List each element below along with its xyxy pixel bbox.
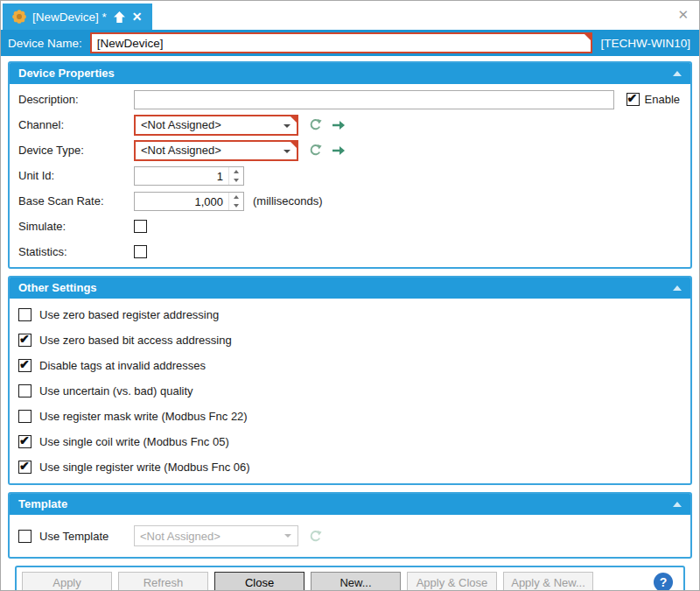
option-checkbox[interactable] — [18, 410, 32, 423]
device-type-dropdown-value: <Not Assigned> — [141, 144, 221, 157]
template-header[interactable]: Template — [10, 494, 690, 515]
option-label: Use zero based bit access addressing — [39, 334, 232, 347]
option-row: Use single register write (Modbus Fnc 06… — [18, 454, 682, 480]
window-close-icon[interactable]: ✕ — [677, 8, 689, 21]
section-template: Template Use Template <Not Assigned> — [8, 492, 692, 559]
collapse-arrow-icon[interactable] — [673, 502, 682, 507]
option-label: Use register mask write (Modbus Fnc 22) — [39, 410, 248, 423]
option-label: Use zero based register addressing — [39, 308, 219, 321]
other-settings-header[interactable]: Other Settings — [10, 278, 690, 299]
device-properties-header[interactable]: Device Properties — [10, 63, 690, 84]
channel-dropdown[interactable]: <Not Assigned> — [134, 115, 298, 136]
device-editor-window: [NewDevice] * ✕ ✕ Device Name: [TECHW-WI… — [0, 0, 700, 591]
footer-button[interactable]: Close — [214, 572, 304, 591]
option-row: Use single coil write (Modbus Fnc 05) — [18, 429, 682, 454]
option-row: Use zero based bit access addressing — [18, 327, 682, 353]
host-name-label: [TECHW-WIN10] — [600, 37, 690, 50]
chevron-down-icon — [284, 124, 290, 128]
option-checkbox[interactable] — [18, 308, 32, 321]
base-scan-rate-row: Base Scan Rate: 1,000 (milliseconds) — [18, 188, 682, 214]
enable-label: Enable — [645, 93, 680, 106]
option-checkbox[interactable] — [18, 435, 32, 448]
device-type-refresh-icon[interactable] — [309, 144, 322, 157]
footer-button: Apply & Close — [407, 572, 497, 591]
chevron-down-icon — [284, 150, 290, 153]
template-body: Use Template <Not Assigned> — [10, 515, 690, 557]
device-name-bar: Device Name: [TECHW-WIN10] — [1, 30, 699, 56]
use-template-checkbox[interactable] — [18, 530, 32, 543]
option-row: Disable tags at invalid addresses — [18, 353, 682, 378]
template-dropdown-value: <Not Assigned> — [140, 530, 220, 543]
option-checkbox[interactable] — [18, 334, 32, 347]
tab-bar: [NewDevice] * ✕ ✕ — [1, 1, 699, 30]
option-checkbox[interactable] — [18, 359, 32, 372]
base-scan-rate-stepper[interactable]: 1,000 — [134, 192, 244, 211]
unit-id-stepper[interactable]: 1 — [134, 166, 244, 186]
footer-button: Apply & New... — [503, 572, 593, 591]
option-row: Use zero based register addressing — [18, 302, 682, 327]
tab-newdevice[interactable]: [NewDevice] * ✕ — [3, 4, 152, 30]
spin-down-icon[interactable] — [229, 176, 243, 185]
milliseconds-label: (milliseconds) — [253, 194, 322, 208]
use-template-wrap: Use Template — [18, 530, 134, 543]
enable-checkbox[interactable] — [626, 93, 640, 106]
device-type-dropdown[interactable]: <Not Assigned> — [134, 140, 298, 161]
option-row: Use uncertain (vs. bad) quality — [18, 378, 682, 404]
device-type-goto-arrow-icon[interactable] — [332, 145, 346, 156]
unit-id-row: Unit Id: 1 — [18, 163, 682, 188]
footer-button: Refresh — [118, 572, 208, 591]
simulate-label: Simulate: — [18, 220, 134, 233]
section-device-properties: Device Properties Description: Enable Ch… — [8, 61, 692, 269]
channel-label: Channel: — [18, 118, 134, 131]
description-input[interactable] — [134, 90, 614, 109]
other-settings-title: Other Settings — [18, 281, 97, 294]
base-scan-rate-value: 1,000 — [135, 193, 228, 210]
channel-goto-arrow-icon[interactable] — [332, 120, 346, 130]
collapse-arrow-icon[interactable] — [673, 71, 682, 76]
footer-button-bar: Apply Refresh Close New... Apply & Close… — [15, 566, 685, 591]
option-label: Use single coil write (Modbus Fnc 05) — [39, 435, 229, 448]
device-name-label: Device Name: — [8, 37, 82, 50]
use-template-row: Use Template <Not Assigned> — [18, 522, 682, 550]
other-settings-body: Use zero based register addressing Use z… — [10, 299, 690, 483]
device-properties-title: Device Properties — [18, 67, 115, 80]
device-type-row: Device Type: <Not Assigned> — [18, 137, 682, 163]
simulate-checkbox[interactable] — [134, 220, 147, 233]
spin-down-icon[interactable] — [229, 201, 243, 210]
option-label: Use single register write (Modbus Fnc 06… — [39, 461, 250, 474]
unit-id-label: Unit Id: — [18, 169, 134, 182]
device-name-input[interactable] — [92, 34, 592, 52]
option-label: Use uncertain (vs. bad) quality — [39, 384, 193, 398]
spin-up-icon[interactable] — [229, 193, 243, 201]
statistics-label: Statistics: — [18, 245, 134, 258]
base-scan-rate-label: Base Scan Rate: — [18, 194, 134, 208]
channel-row: Channel: <Not Assigned> — [18, 112, 682, 137]
collapse-arrow-icon[interactable] — [673, 285, 682, 291]
template-dropdown: <Not Assigned> — [134, 525, 298, 546]
content-area: Device Properties Description: Enable Ch… — [1, 56, 699, 591]
device-name-input-wrap — [90, 32, 593, 53]
unit-id-value: 1 — [135, 167, 228, 185]
option-row: Use register mask write (Modbus Fnc 22) — [18, 404, 682, 429]
channel-refresh-icon[interactable] — [309, 118, 322, 131]
option-checkbox[interactable] — [18, 461, 32, 474]
statistics-checkbox[interactable] — [134, 245, 147, 258]
description-row: Description: Enable — [18, 87, 682, 112]
channel-dropdown-value: <Not Assigned> — [141, 118, 221, 131]
option-label: Disable tags at invalid addresses — [39, 359, 206, 372]
option-checkbox[interactable] — [18, 384, 32, 398]
tab-close-icon[interactable]: ✕ — [132, 11, 143, 23]
footer-button: Apply — [22, 572, 112, 591]
help-icon[interactable]: ? — [654, 573, 673, 591]
enable-wrap: Enable — [626, 93, 680, 106]
footer-button[interactable]: New... — [311, 572, 401, 591]
device-properties-body: Description: Enable Channel: <Not Assign… — [10, 84, 690, 267]
description-label: Description: — [18, 93, 134, 106]
navigate-up-icon[interactable] — [113, 11, 126, 24]
template-refresh-icon — [309, 530, 322, 543]
spin-up-icon[interactable] — [229, 167, 243, 176]
chevron-down-icon — [284, 534, 291, 538]
tab-title: [NewDevice] * — [32, 11, 107, 24]
use-template-label: Use Template — [39, 530, 108, 543]
device-flower-icon — [12, 10, 26, 24]
